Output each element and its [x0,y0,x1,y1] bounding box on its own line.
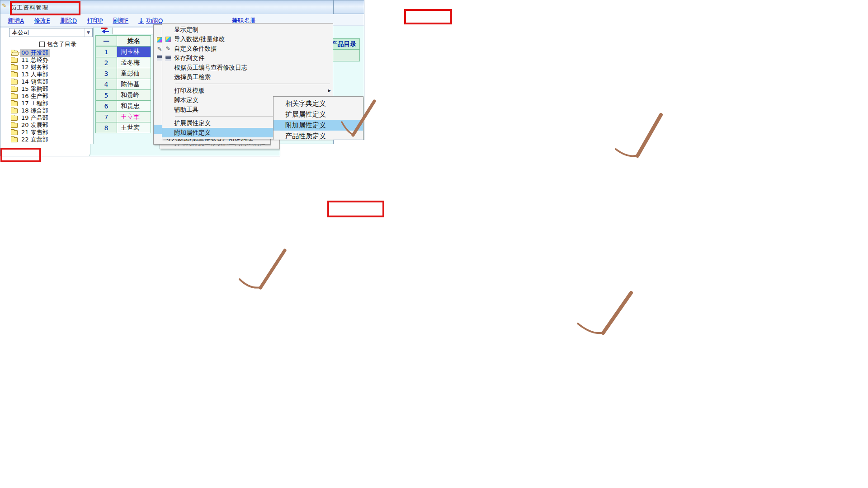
column-header-name: 姓名 [117,35,151,47]
table-row[interactable]: 4陈伟基 [95,79,151,90]
table-row[interactable]: 1周玉林 [95,47,151,57]
menu-item-label: 保存到文件 [174,54,331,62]
toolbar-button-f[interactable]: 刷新F [113,17,128,25]
tree-item-label: 22 直营部 [20,136,50,144]
employee-name-cell[interactable]: 王世宏 [117,122,151,133]
company-filter-select[interactable]: 本公司 ▼ [9,28,93,37]
checkbox-icon [39,42,45,47]
employee-name-cell[interactable]: 陈伟基 [117,79,151,90]
tree-item[interactable]: 14 销售部 [4,78,93,85]
employee-number-cell[interactable]: 2 [95,57,117,68]
annotation-checkmark-product [338,99,380,140]
menu-item[interactable]: 根据员工编号查看修改日志 [162,63,333,72]
chevron-down-icon: ▼ [84,28,92,37]
menu-item[interactable]: 保存到文件 [162,53,333,63]
tree-item[interactable]: 13 人事部 [4,71,93,78]
window-icon: ✎ [2,2,7,9]
folder-icon [11,72,18,77]
table-row[interactable]: 7王立军 [95,112,151,122]
tree-item[interactable]: 17 工程部 [4,100,93,107]
employee-name-cell[interactable]: 孟冬梅 [117,57,151,68]
employee-number-cell[interactable]: 5 [95,89,117,101]
menu-item[interactable]: 显示定制 [162,25,333,34]
employee-name-cell[interactable]: 周玉林 [117,46,151,57]
toolbar-hotkey: A [20,17,24,24]
toolbar-label: 刷新 [113,17,125,25]
table-row[interactable]: 6和贵忠 [95,101,151,112]
annotation-red-box-customer [0,148,41,162]
employee-rows: 1周玉林2孟冬梅3童彭仙4陈伟基5和贵峰6和贵忠7王立军8王世宏 [95,47,151,133]
toolbar-hotkey: D [72,17,77,24]
include-subdir-checkbox[interactable]: 包含子目录 [39,40,76,48]
menu-item[interactable]: 打印及模版▶ [162,86,333,95]
menu-item-label: 打印及模版 [174,87,325,95]
folder-icon [11,58,18,63]
table-row[interactable]: 3童彭仙 [95,68,151,79]
toolbar-button-o[interactable]: ↓功能O [138,17,163,25]
folder-icon [11,87,18,92]
employee-number-cell[interactable]: 6 [95,100,117,112]
annotation-checkmark-employee [574,289,637,340]
toolbar-label: 删除 [60,17,72,25]
tree-item[interactable]: 21 零售部 [4,129,93,136]
menu-item-label: 选择员工检索 [174,73,331,81]
department-tree: 00 开发部11 总经办12 财务部13 人事部14 销售部15 采购部16 生… [4,49,93,143]
table-header-row: — 姓名 [95,36,151,47]
menu-separator [175,84,330,84]
menu-item[interactable]: 导入数据/批量修改 [162,34,333,44]
menu-item-label: 显示定制 [174,26,331,34]
table-row[interactable]: 5和贵峰 [95,90,151,101]
employee-number-cell[interactable]: 1 [95,46,117,57]
menu-item-label: 根据员工编号查看修改日志 [174,64,331,72]
tree-item[interactable]: 18 综合部 [4,107,93,114]
toolbar-button-a[interactable]: 新增A [8,17,24,25]
employee-name-cell[interactable]: 童彭仙 [117,68,151,79]
folder-icon [11,80,18,84]
annotation-checkmark-customer [237,248,290,293]
tree-item[interactable]: 22 直营部 [4,136,93,143]
annotation-red-box-employee [327,201,384,217]
employee-number-cell[interactable]: 4 [95,79,117,90]
employee-name-cell[interactable]: 和贵忠 [117,100,151,112]
menu-item[interactable]: 选择员工检索 [162,72,333,82]
open-folder-icon [11,51,18,56]
disk-icon-shape [165,56,171,61]
toolbar-hotkey: E [46,17,50,24]
annotation-red-box-product [10,1,80,15]
employee-number-cell[interactable]: 3 [95,68,117,79]
employee-name-cell[interactable]: 和贵峰 [117,89,151,101]
tree-item[interactable]: 19 产品部 [4,114,93,122]
menu-item-label: 导入数据/批量修改 [174,35,331,43]
annotation-red-box-supplier [404,9,452,24]
menu-item[interactable]: ✎自定义条件数据 [162,44,333,53]
toolbar-button-p[interactable]: 打印P [87,17,103,25]
employee-number-cell[interactable]: 7 [95,111,117,122]
tree-item[interactable]: 15 采购部 [4,85,93,93]
folder-icon [11,94,18,99]
menu-item-label: 自定义条件数据 [174,45,331,53]
folder-icon [11,123,18,128]
disk-icon [162,56,174,61]
tree-item[interactable]: 12 财务部 [4,64,93,71]
table-row[interactable]: 2孟冬梅 [95,57,151,68]
toolbar-button-d[interactable]: 删除D [60,17,77,25]
toolbar-label: 功能 [146,17,158,25]
tree-item[interactable]: 16 生产部 [4,93,93,100]
down-arrow-icon: ↓ [138,17,144,25]
include-subdir-label: 包含子目录 [47,40,76,48]
toolbar-button-e[interactable]: 修改E [34,17,50,25]
submenu-arrow-icon: ▶ [325,89,331,93]
tree-item[interactable]: 00 开发部 [4,49,93,56]
folder-icon [11,130,18,135]
toolbar-hotkey: P [99,17,103,24]
folder-icon [11,116,18,121]
folder-icon [11,101,18,106]
tree-item[interactable]: 11 总经办 [4,56,93,64]
employee-number-cell[interactable]: 8 [95,122,117,133]
import-icon [162,37,174,42]
tree-item[interactable]: 20 发展部 [4,122,93,129]
folder-icon [11,65,18,70]
employee-name-cell[interactable]: 王立军 [117,111,151,122]
table-row[interactable]: 8王世宏 [95,122,151,133]
pen-icon: ✎ [162,45,174,52]
